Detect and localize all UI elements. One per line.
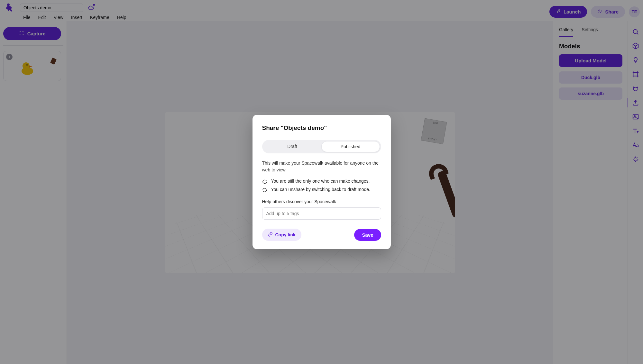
link-icon xyxy=(268,232,273,238)
modal-bullet-2-text: You can unshare by switching back to dra… xyxy=(271,187,370,192)
visibility-segmented: Draft Published xyxy=(262,140,381,153)
modal-subheading: Help others discover your Spacewalk xyxy=(262,199,381,204)
save-button[interactable]: Save xyxy=(354,229,381,241)
refresh-icon xyxy=(262,187,267,193)
refresh-icon xyxy=(262,179,267,184)
modal-bullet-1-text: You are still the only one who can make … xyxy=(271,178,370,184)
copy-link-label: Copy link xyxy=(275,232,296,237)
modal-bullet-1: You are still the only one who can make … xyxy=(262,178,381,184)
modal-title: Share "Objects demo" xyxy=(262,124,381,132)
modal-description: This will make your Spacewalk available … xyxy=(262,160,381,173)
modal-overlay[interactable]: Share "Objects demo" Draft Published Thi… xyxy=(0,0,643,364)
modal-bullet-2: You can unshare by switching back to dra… xyxy=(262,187,381,193)
tags-input[interactable] xyxy=(262,207,381,220)
share-modal: Share "Objects demo" Draft Published Thi… xyxy=(253,115,391,249)
copy-link-button[interactable]: Copy link xyxy=(262,229,301,241)
seg-published[interactable]: Published xyxy=(321,141,380,152)
seg-draft[interactable]: Draft xyxy=(263,141,321,152)
